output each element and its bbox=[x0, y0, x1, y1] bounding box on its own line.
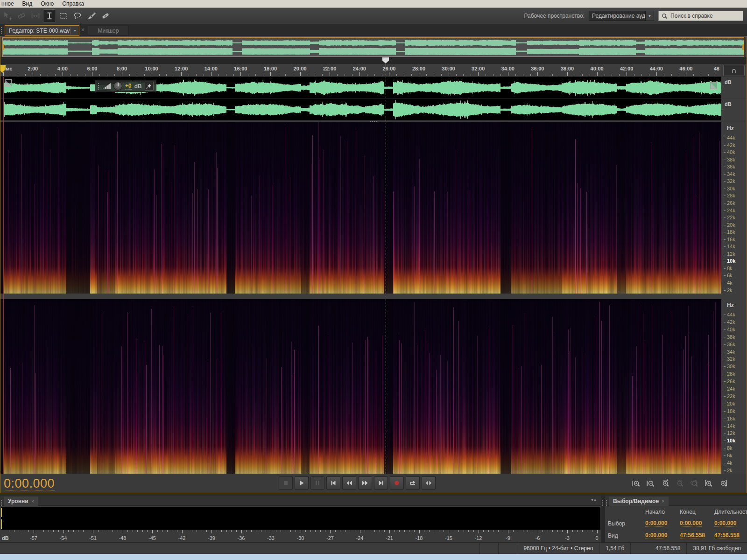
waveform-spectrogram-splitter[interactable] bbox=[0, 120, 721, 122]
play-button[interactable] bbox=[295, 476, 309, 490]
os-taskbar-edge bbox=[0, 554, 747, 560]
spot-healing-brush-tool-icon[interactable] bbox=[99, 9, 112, 22]
zoom-out-horizontal-button bbox=[674, 479, 685, 488]
selection-value[interactable]: 0:00.000 bbox=[680, 520, 702, 527]
hz-tick-label: 10k bbox=[724, 258, 735, 264]
panel-grip[interactable] bbox=[0, 27, 3, 34]
chevron-down-icon[interactable]: ▼ bbox=[645, 11, 654, 21]
gain-value[interactable]: +0 bbox=[125, 83, 132, 90]
fade-in-handle[interactable] bbox=[5, 79, 12, 86]
marquee-selection-tool-icon[interactable] bbox=[57, 9, 70, 22]
frequency-scale-right[interactable]: Hz44k42k40k38k36k34k32k30k28k26k24k22k20… bbox=[721, 299, 747, 474]
loop-playback-button[interactable] bbox=[406, 476, 420, 490]
selection-value[interactable]: 0:00.000 bbox=[714, 520, 736, 527]
overview-range-handle-left[interactable] bbox=[2, 44, 4, 50]
panel-divider[interactable] bbox=[601, 496, 605, 542]
selection-value[interactable]: 0:00.000 bbox=[645, 532, 667, 539]
timeline-ruler[interactable]: ммс 48 2:004:006:008:0010:0012:0014:0016… bbox=[0, 64, 721, 77]
move-tool-icon bbox=[1, 9, 14, 22]
zoom-out-vertical-button[interactable] bbox=[645, 479, 656, 488]
time-display[interactable]: 0:00.000 bbox=[4, 477, 55, 490]
ruler-time-label: 40:00 bbox=[591, 66, 604, 71]
pause-button bbox=[310, 476, 324, 490]
hz-tick-label: 16k bbox=[724, 237, 735, 242]
hz-tick-label: 6k bbox=[724, 273, 733, 278]
hz-tick-label: 18k bbox=[724, 408, 735, 414]
zoom-to-in-point-button[interactable] bbox=[703, 479, 714, 488]
zoom-in-horizontal-button[interactable] bbox=[660, 479, 670, 488]
ruler-time-label: 24:00 bbox=[353, 66, 366, 71]
panel-grip[interactable] bbox=[606, 499, 608, 506]
tab-dropdown-icon[interactable]: ▼ bbox=[70, 27, 79, 35]
marker-strip[interactable] bbox=[0, 57, 747, 64]
zoom-controls bbox=[631, 479, 728, 488]
hz-tick-label: 14k bbox=[724, 244, 735, 249]
panel-grip[interactable] bbox=[0, 499, 3, 506]
help-search-placeholder: Поиск в справке bbox=[670, 13, 713, 19]
selection-view-tab[interactable]: Выбор/Видимое bbox=[609, 497, 669, 506]
spectrogram-gap bbox=[0, 294, 747, 299]
selection-value[interactable]: 47:56.558 bbox=[680, 532, 705, 539]
time-selection-tool-icon[interactable] bbox=[43, 9, 56, 22]
hz-tick-label: 2k bbox=[724, 468, 733, 473]
divider-grip[interactable] bbox=[602, 499, 604, 506]
pin-hud-button[interactable] bbox=[145, 82, 154, 91]
help-search-input[interactable]: Поиск в справке bbox=[658, 11, 743, 21]
selection-row-label: Вид bbox=[608, 532, 645, 539]
spectrogram-left[interactable] bbox=[4, 122, 721, 294]
close-icon[interactable] bbox=[31, 498, 34, 504]
headphones-icon[interactable] bbox=[723, 65, 745, 76]
ruler-time-label: 22:00 bbox=[323, 66, 336, 71]
selection-value[interactable]: 0:00.000 bbox=[645, 520, 667, 527]
pin-icon bbox=[146, 84, 152, 89]
panel-menu-icon[interactable]: ▾≡ bbox=[591, 497, 597, 502]
workspace-dropdown[interactable]: Редактирование ауд... ▼ bbox=[589, 11, 654, 21]
hz-tick-label: 40k bbox=[724, 149, 735, 155]
tab-mixer-label: Микшер bbox=[98, 28, 119, 34]
zoom-in-vertical-button[interactable] bbox=[631, 479, 641, 488]
tab-close-icon[interactable]: × bbox=[81, 27, 85, 33]
menu-item-2[interactable]: Окно bbox=[36, 0, 58, 7]
channel-right-waveform[interactable] bbox=[4, 99, 721, 120]
audition-window: нноеВидОкноСправка Рабочее пространство:… bbox=[0, 0, 747, 560]
menu-item-0[interactable]: нное bbox=[0, 0, 18, 7]
zoom-to-out-point-button[interactable] bbox=[718, 479, 728, 488]
hud-grip[interactable] bbox=[98, 83, 100, 90]
overview-range-handle-right[interactable] bbox=[742, 44, 744, 50]
status-duration: 47:56.558 bbox=[630, 543, 686, 554]
menu-item-3[interactable]: Справка bbox=[58, 0, 88, 7]
paintbrush-selection-tool-icon[interactable] bbox=[85, 9, 98, 22]
skip-to-start-button[interactable] bbox=[326, 476, 340, 490]
hz-tick-label: 40k bbox=[724, 327, 735, 332]
skip-to-end-button[interactable] bbox=[374, 476, 388, 490]
splitter-grip[interactable] bbox=[370, 120, 378, 122]
fade-out-handle[interactable] bbox=[710, 82, 717, 89]
close-icon[interactable] bbox=[662, 498, 664, 504]
workspace-value: Редактирование ауд... bbox=[592, 13, 645, 19]
rewind-button[interactable] bbox=[342, 476, 356, 490]
channel-divider[interactable] bbox=[0, 98, 721, 99]
hz-tick-label: 34k bbox=[724, 349, 735, 355]
tab-editor[interactable]: Редактор: STE-000.wav ▼ bbox=[5, 25, 79, 36]
selection-row-label: Выбор bbox=[608, 520, 645, 527]
lasso-selection-tool-icon[interactable] bbox=[71, 9, 84, 22]
hz-scale-title: Hz bbox=[727, 125, 734, 132]
levels-panel-header: Уровни ▾≡ bbox=[0, 496, 601, 506]
skip-selection-button[interactable] bbox=[422, 476, 436, 490]
tab-mixer[interactable]: Микшер bbox=[88, 26, 129, 36]
menu-item-1[interactable]: Вид bbox=[18, 0, 37, 7]
record-button[interactable] bbox=[390, 476, 404, 490]
level-meter[interactable] bbox=[1, 507, 600, 530]
hz-tick-label: 30k bbox=[724, 186, 735, 191]
volume-hud[interactable]: +0 dB bbox=[95, 80, 156, 92]
spectrogram-right[interactable] bbox=[4, 299, 721, 474]
fast-forward-button[interactable] bbox=[358, 476, 372, 490]
current-time-line bbox=[3, 77, 4, 474]
overview-waveform[interactable] bbox=[3, 38, 744, 56]
gain-knob[interactable] bbox=[113, 82, 122, 91]
levels-tab[interactable]: Уровни bbox=[4, 497, 38, 506]
ruler-time-label: 20:00 bbox=[294, 66, 307, 71]
meter-db-label: -30 bbox=[297, 535, 304, 541]
frequency-scale-left[interactable]: Hz44k42k40k38k36k34k32k30k28k26k24k22k20… bbox=[721, 122, 747, 294]
selection-value[interactable]: 47:56.558 bbox=[714, 532, 740, 539]
